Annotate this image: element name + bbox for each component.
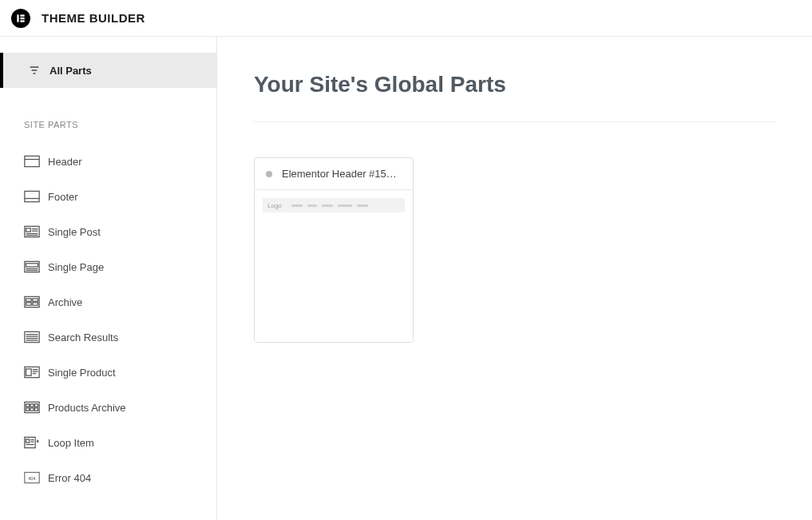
svg-rect-39	[34, 404, 38, 407]
preview-logo-text: Logo	[267, 202, 282, 209]
svg-rect-18	[26, 264, 38, 267]
error-404-icon: 404	[24, 470, 40, 486]
svg-rect-3	[20, 20, 24, 22]
sidebar-item-header[interactable]: Header	[0, 144, 216, 179]
sidebar-item-loop-item[interactable]: Loop Item	[0, 425, 216, 460]
svg-rect-42	[34, 408, 38, 411]
template-card[interactable]: Elementor Header #1593… Logo	[254, 157, 414, 343]
footer-icon	[24, 189, 40, 204]
svg-rect-38	[30, 404, 34, 407]
products-archive-icon	[24, 399, 40, 415]
preview-nav-line	[322, 204, 333, 207]
svg-rect-32	[26, 369, 32, 375]
svg-rect-22	[26, 299, 32, 301]
layout: All Parts SITE PARTS Header	[0, 37, 812, 520]
sidebar-item-label: Header	[48, 156, 82, 168]
svg-rect-12	[26, 228, 31, 232]
sidebar: All Parts SITE PARTS Header	[0, 37, 217, 520]
sidebar-item-single-post[interactable]: Single Post	[0, 214, 216, 249]
sidebar-item-footer[interactable]: Footer	[0, 179, 216, 214]
card-preview: Logo	[255, 190, 413, 342]
page-title: Your Site's Global Parts	[254, 72, 775, 122]
svg-rect-1	[20, 14, 24, 16]
sidebar-item-all-parts[interactable]: All Parts	[0, 53, 216, 88]
status-dot-icon	[266, 171, 272, 177]
main-content: Your Site's Global Parts Elementor Heade…	[217, 37, 812, 520]
svg-text:404: 404	[28, 476, 36, 481]
sidebar-item-error-404[interactable]: 404 Error 404	[0, 460, 216, 495]
sidebar-item-label: Footer	[48, 191, 78, 203]
site-parts-heading: SITE PARTS	[0, 88, 216, 144]
sidebar-item-label: Search Results	[48, 331, 118, 343]
preview-nav-line	[291, 204, 303, 207]
svg-rect-0	[17, 14, 18, 22]
sidebar-item-label: Archive	[48, 296, 82, 308]
single-page-icon	[24, 259, 40, 275]
svg-rect-2	[20, 17, 24, 18]
sidebar-item-label: Products Archive	[48, 402, 126, 414]
all-parts-label: All Parts	[50, 65, 92, 77]
svg-rect-7	[25, 156, 39, 166]
sidebar-item-label: Single Post	[48, 226, 101, 238]
sidebar-item-archive[interactable]: Archive	[0, 284, 216, 320]
filter-icon	[27, 64, 42, 77]
preview-nav-line	[307, 204, 317, 207]
sidebar-item-search-results[interactable]: Search Results	[0, 320, 216, 355]
svg-rect-9	[25, 191, 39, 201]
sidebar-item-label: Error 404	[48, 472, 91, 484]
app-title: THEME BUILDER	[42, 11, 145, 25]
sidebar-item-single-product[interactable]: Single Product	[0, 355, 216, 390]
elementor-logo	[11, 9, 30, 28]
single-post-icon	[24, 224, 40, 240]
svg-rect-23	[33, 299, 38, 301]
template-cards: Elementor Header #1593… Logo	[254, 157, 775, 343]
elementor-icon	[15, 13, 26, 24]
svg-rect-25	[33, 303, 38, 305]
preview-nav-line	[357, 204, 368, 207]
card-header: Elementor Header #1593…	[255, 158, 413, 190]
svg-rect-44	[26, 439, 30, 443]
header-icon	[24, 153, 40, 169]
svg-rect-24	[26, 303, 32, 305]
card-title: Elementor Header #1593…	[282, 168, 402, 180]
single-product-icon	[24, 364, 40, 380]
preview-nav-line	[338, 204, 352, 207]
preview-header-bar: Logo	[263, 198, 405, 212]
sidebar-item-label: Single Product	[48, 367, 116, 379]
svg-rect-37	[26, 404, 30, 407]
sidebar-item-label: Single Page	[48, 261, 104, 273]
svg-rect-40	[26, 408, 30, 411]
sidebar-item-single-page[interactable]: Single Page	[0, 249, 216, 284]
app-header: THEME BUILDER	[0, 0, 812, 37]
sidebar-item-label: Loop Item	[48, 437, 94, 449]
svg-rect-41	[30, 408, 34, 411]
search-results-icon	[24, 329, 40, 345]
loop-item-icon	[24, 435, 40, 451]
archive-icon	[24, 294, 40, 310]
sidebar-item-products-archive[interactable]: Products Archive	[0, 390, 216, 425]
sidebar-items: Header Footer	[0, 144, 216, 495]
